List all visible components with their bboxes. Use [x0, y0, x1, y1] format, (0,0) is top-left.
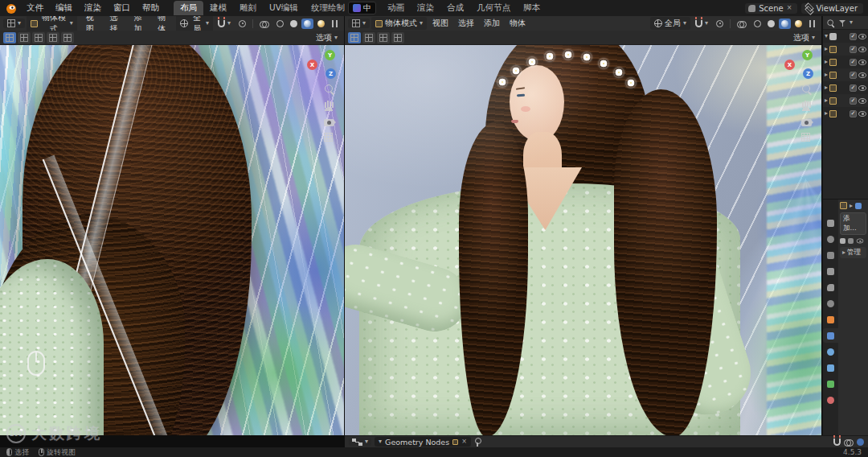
shading-material-button[interactable] [779, 19, 791, 29]
options-dropdown[interactable]: 选项 ▾ [313, 31, 341, 44]
pan-hand-icon[interactable] [324, 101, 334, 111]
tool-select-box-button[interactable] [3, 32, 16, 43]
workspace-tab-rendering[interactable]: 渲染 [411, 1, 440, 15]
chevron-down-icon[interactable]: ▾ [850, 19, 853, 26]
navigation-gizmo[interactable]: X Y Z [784, 50, 813, 79]
proportional-edit-button[interactable] [235, 19, 249, 28]
menu-edit[interactable]: 编辑 [50, 2, 78, 14]
eye-icon[interactable] [858, 98, 866, 104]
header-overflow-button[interactable] [329, 19, 341, 28]
workspace-tab-geometry-nodes[interactable]: 几何节点 [470, 1, 517, 15]
disclosure-icon[interactable]: ▸ [825, 110, 828, 117]
add-modifier-button[interactable]: 添加... [840, 212, 866, 235]
browse-dropdown-icon[interactable]: ▾ [379, 438, 382, 445]
menu-file[interactable]: 文件 [21, 2, 49, 14]
camera-view-icon[interactable] [801, 119, 812, 126]
editor-type-button[interactable]: ▾ [349, 438, 371, 446]
outliner-row[interactable]: ▾ ✓ [823, 30, 868, 43]
tab-output[interactable] [823, 248, 838, 262]
viewport-right-canvas[interactable]: X Y Z [345, 45, 821, 435]
gizmo-x-axis[interactable]: X [307, 60, 317, 70]
eye-icon[interactable] [858, 34, 866, 39]
disclosure-icon[interactable]: ▸ [825, 59, 828, 65]
display-render-icon[interactable] [848, 238, 854, 244]
outliner-row[interactable]: ▸ ✓ [823, 81, 868, 94]
magnet-icon[interactable] [833, 438, 841, 446]
pin-icon[interactable] [474, 438, 481, 447]
overlays-button[interactable] [734, 19, 750, 28]
tab-physics[interactable] [823, 360, 838, 375]
exclude-checkbox[interactable]: ✓ [850, 97, 857, 105]
shading-rendered-button[interactable] [792, 19, 805, 29]
display-viewport-icon[interactable] [840, 238, 845, 244]
workspace-tab-texture-paint[interactable]: 纹理绘制 [305, 1, 351, 15]
menu-render[interactable]: 渲染 [79, 2, 107, 14]
tool-button-2[interactable] [362, 32, 375, 43]
menu-help[interactable]: 帮助 [137, 2, 165, 14]
eye-icon[interactable] [858, 60, 866, 65]
gizmo-y-axis[interactable]: Y [802, 50, 813, 60]
tool-button-3[interactable] [32, 32, 45, 43]
shading-solid-button[interactable] [765, 19, 777, 29]
header-overflow-button[interactable] [806, 19, 818, 28]
exclude-checkbox[interactable]: ✓ [850, 110, 857, 117]
exclude-checkbox[interactable]: ✓ [850, 46, 857, 53]
shading-material-button[interactable] [301, 19, 313, 29]
editor-type-button[interactable]: ▾ [348, 19, 370, 28]
exclude-checkbox[interactable]: ✓ [850, 59, 857, 66]
pan-hand-icon[interactable] [801, 101, 811, 111]
snap-button[interactable]: ▾ [215, 19, 234, 28]
shading-rendered-button[interactable] [315, 19, 327, 29]
active-tool-icon[interactable] [857, 438, 864, 446]
grid-view-icon[interactable] [801, 133, 810, 142]
grid-view-icon[interactable] [324, 133, 333, 142]
disclosure-icon[interactable]: ▸ [825, 84, 828, 91]
disclosure-icon[interactable]: ▸ [825, 72, 828, 78]
menu-view[interactable]: 视图 [428, 17, 452, 30]
viewlayer-selector[interactable]: ViewLayer [801, 3, 863, 14]
transform-orientation-dropdown[interactable]: 全局 ▾ [650, 17, 690, 30]
outliner-row[interactable]: ▸ ✓ [823, 94, 868, 107]
tool-button-3[interactable] [377, 32, 390, 43]
menu-select[interactable]: 选择 [454, 17, 478, 30]
tab-material[interactable] [823, 393, 838, 407]
outliner-row[interactable]: ▸ ✓ [823, 43, 868, 56]
outliner-row[interactable]: ▸ ✓ [823, 56, 868, 68]
eye-icon[interactable] [858, 85, 866, 91]
exclude-checkbox[interactable]: ✓ [850, 84, 857, 92]
menu-object[interactable]: 物体 [506, 17, 530, 30]
outliner-row[interactable]: ▸ ✓ [823, 68, 868, 81]
node-tree-selector[interactable]: ▾ Geometry Nodes × [375, 437, 471, 447]
search-icon[interactable] [827, 19, 835, 27]
tab-render[interactable] [823, 232, 838, 246]
tool-select-box-button[interactable] [348, 32, 361, 43]
tab-view-layer[interactable] [823, 264, 838, 278]
disclosure-icon[interactable]: ▾ [825, 33, 828, 39]
shading-wireframe-button[interactable] [274, 19, 286, 29]
tab-particles[interactable] [823, 344, 838, 359]
workspace-tab-compositing[interactable]: 合成 [440, 1, 470, 15]
fake-user-icon[interactable] [452, 439, 458, 445]
editor-type-button[interactable]: ▾ [3, 19, 25, 28]
eye-icon[interactable] [858, 47, 866, 52]
workspace-tab-animation[interactable]: 动画 [381, 1, 411, 15]
options-dropdown[interactable]: 选项 ▾ [790, 31, 818, 44]
disclosure-icon[interactable]: ▸ [825, 97, 828, 104]
scene-selector[interactable]: Scene × [745, 3, 797, 14]
gizmo-z-axis[interactable]: Z [803, 68, 813, 79]
disclosure-icon[interactable]: ▸ [825, 46, 828, 52]
workspace-tab-layout[interactable]: 布局 [174, 1, 203, 15]
tab-tool[interactable] [823, 216, 838, 230]
workspace-tab-sculpting[interactable]: 雕刻 [233, 1, 263, 15]
tool-button-4[interactable] [391, 32, 404, 43]
menu-add[interactable]: 添加 [480, 17, 504, 30]
eye-icon[interactable] [858, 72, 866, 78]
viewport-left-canvas[interactable]: X Y Z [0, 45, 344, 435]
overlays-button[interactable] [256, 19, 272, 28]
workspace-tab-scripting[interactable]: 脚本 [517, 1, 547, 15]
tab-scene[interactable] [823, 280, 838, 294]
tool-button-5[interactable] [61, 32, 74, 43]
zoom-icon[interactable] [324, 84, 334, 94]
tab-object[interactable] [823, 312, 838, 327]
gizmo-x-axis[interactable]: X [784, 60, 795, 70]
